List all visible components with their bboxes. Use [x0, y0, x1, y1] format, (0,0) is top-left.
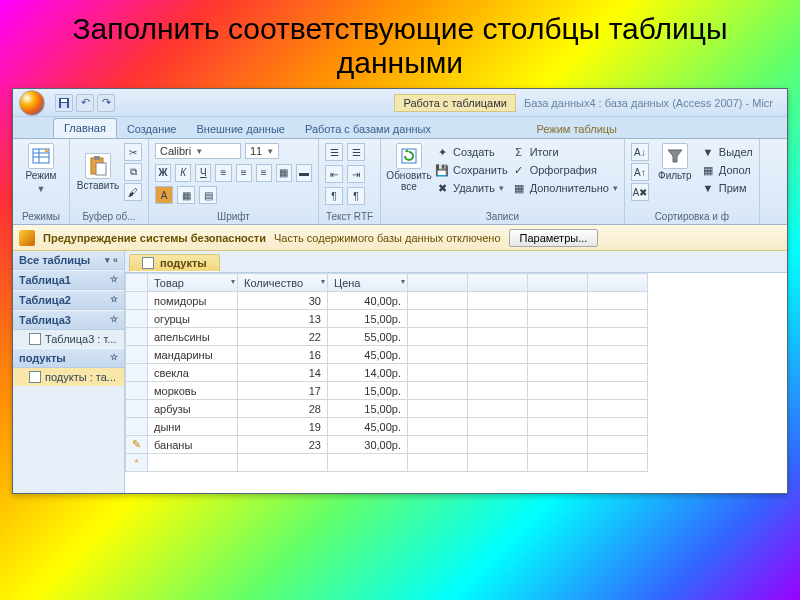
nav-group-table3[interactable]: Таблица3☆ [13, 310, 124, 330]
copy-icon[interactable]: ⧉ [124, 163, 142, 181]
cell-empty[interactable] [408, 310, 468, 328]
toggle-filter-button[interactable]: ▼Прим [701, 179, 753, 197]
cell-product[interactable]: огурцы [148, 310, 238, 328]
align-left-icon[interactable]: ≡ [215, 164, 231, 182]
doc-tab-products[interactable]: подукты [129, 254, 220, 272]
refresh-all-button[interactable]: Обновить все [387, 143, 431, 192]
selection-button[interactable]: ▼Выдел [701, 143, 753, 161]
cell-price[interactable]: 55,00р. [328, 328, 408, 346]
cell-empty[interactable] [408, 364, 468, 382]
cut-icon[interactable]: ✂ [124, 143, 142, 161]
undo-icon[interactable]: ↶ [76, 94, 94, 112]
column-header-empty[interactable] [528, 274, 588, 292]
row-selector[interactable] [126, 364, 148, 382]
view-button[interactable]: Режим ▼ [19, 143, 63, 194]
table-row[interactable]: морковь1715,00р. [126, 382, 648, 400]
row-selector[interactable] [126, 346, 148, 364]
cell-empty[interactable] [528, 346, 588, 364]
row-selector[interactable] [126, 292, 148, 310]
cell-qty[interactable]: 19 [238, 418, 328, 436]
cell-empty[interactable] [528, 382, 588, 400]
font-size-combo[interactable]: 11▼ [245, 143, 279, 159]
cell-empty[interactable] [238, 454, 328, 472]
new-record-button[interactable]: ✦Создать [435, 143, 508, 161]
fill-color-icon[interactable]: ▬ [296, 164, 312, 182]
nav-item-table3[interactable]: Таблица3 : т... [13, 330, 124, 348]
filter-button[interactable]: Фильтр [653, 143, 697, 182]
cell-product[interactable]: помидоры [148, 292, 238, 310]
options-button[interactable]: Параметры... [509, 229, 599, 247]
tab-external[interactable]: Внешние данные [187, 120, 295, 138]
list-icon[interactable]: ☰ [325, 143, 343, 161]
cell-empty[interactable] [408, 400, 468, 418]
column-header-empty[interactable] [588, 274, 648, 292]
row-selector[interactable] [126, 382, 148, 400]
cell-price[interactable]: 45,00р. [328, 346, 408, 364]
font-color-icon[interactable]: A [155, 186, 173, 204]
cell-product[interactable]: мандарины [148, 346, 238, 364]
ltr-icon[interactable]: ¶ [325, 187, 343, 205]
cell-empty[interactable] [468, 418, 528, 436]
cell-empty[interactable] [528, 328, 588, 346]
cell-empty[interactable] [468, 400, 528, 418]
row-selector[interactable]: * [126, 454, 148, 472]
column-header-product[interactable]: Товар▾ [148, 274, 238, 292]
cell-empty[interactable] [588, 328, 648, 346]
indent-left-icon[interactable]: ⇤ [325, 165, 343, 183]
cell-empty[interactable] [588, 418, 648, 436]
rtl-icon[interactable]: ¶ [347, 187, 365, 205]
new-record-row[interactable]: * [126, 454, 648, 472]
cell-empty[interactable] [468, 382, 528, 400]
cell-price[interactable]: 45,00р. [328, 418, 408, 436]
cell-product[interactable]: бананы [148, 436, 238, 454]
office-button[interactable] [19, 90, 45, 116]
cell-empty[interactable] [408, 382, 468, 400]
cell-empty[interactable] [528, 418, 588, 436]
sort-asc-icon[interactable]: A↓ [631, 143, 649, 161]
cell-empty[interactable] [528, 454, 588, 472]
cell-empty[interactable] [408, 418, 468, 436]
cell-price[interactable]: 15,00р. [328, 400, 408, 418]
cell-empty[interactable] [588, 310, 648, 328]
highlight-icon[interactable]: ▦ [177, 186, 195, 204]
table-row[interactable]: дыни1945,00р. [126, 418, 648, 436]
table-row[interactable]: помидоры3040,00р. [126, 292, 648, 310]
cell-empty[interactable] [468, 292, 528, 310]
tab-create[interactable]: Создание [117, 120, 187, 138]
column-header-qty[interactable]: Количество▾ [238, 274, 328, 292]
nav-item-products[interactable]: подукты : та... [13, 368, 124, 386]
cell-empty[interactable] [408, 436, 468, 454]
sort-desc-icon[interactable]: A↑ [631, 163, 649, 181]
table-row[interactable]: мандарины1645,00р. [126, 346, 648, 364]
cell-price[interactable]: 15,00р. [328, 382, 408, 400]
bold-button[interactable]: Ж [155, 164, 171, 182]
cell-qty[interactable]: 22 [238, 328, 328, 346]
cell-product[interactable]: арбузы [148, 400, 238, 418]
row-selector[interactable] [126, 400, 148, 418]
cell-empty[interactable] [148, 454, 238, 472]
cell-qty[interactable]: 28 [238, 400, 328, 418]
cell-product[interactable]: морковь [148, 382, 238, 400]
clear-sort-icon[interactable]: A✖ [631, 183, 649, 201]
tab-dbtools[interactable]: Работа с базами данных [295, 120, 441, 138]
italic-button[interactable]: К [175, 164, 191, 182]
datasheet-grid[interactable]: Товар▾ Количество▾ Цена▾ помидоры3040,00… [125, 273, 787, 493]
cell-empty[interactable] [408, 292, 468, 310]
table-row[interactable]: огурцы1315,00р. [126, 310, 648, 328]
cell-product[interactable]: апельсины [148, 328, 238, 346]
cell-empty[interactable] [588, 436, 648, 454]
column-header-empty[interactable] [468, 274, 528, 292]
tab-home[interactable]: Главная [53, 118, 117, 138]
select-all-corner[interactable] [126, 274, 148, 292]
cell-empty[interactable] [408, 346, 468, 364]
cell-empty[interactable] [588, 382, 648, 400]
cell-qty[interactable]: 17 [238, 382, 328, 400]
nav-group-table2[interactable]: Таблица2☆ [13, 290, 124, 310]
redo-icon[interactable]: ↷ [97, 94, 115, 112]
more-button[interactable]: ▦Дополнительно ▾ [512, 179, 618, 197]
row-selector[interactable]: ✎ [126, 436, 148, 454]
cell-empty[interactable] [468, 346, 528, 364]
cell-empty[interactable] [408, 328, 468, 346]
numbered-list-icon[interactable]: ☰ [347, 143, 365, 161]
cell-product[interactable]: дыни [148, 418, 238, 436]
